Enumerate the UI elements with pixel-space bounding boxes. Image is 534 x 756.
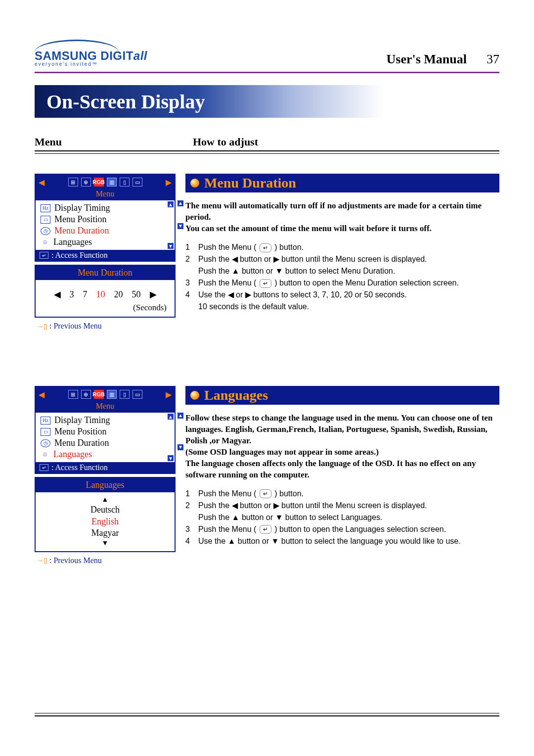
page-header: SAMSUNG DIGITall everyone's invited™ Use…: [35, 40, 499, 67]
scroll-down-icon: ▼: [178, 444, 183, 450]
arrow-right-icon: ▶: [150, 289, 157, 300]
osd-item-languages: ⦾Languages: [36, 449, 175, 460]
brand-tagline: everyone's invited™: [35, 62, 147, 67]
section-title: On-Screen Display: [46, 90, 205, 113]
osd-menu-label: Menu: [36, 189, 175, 200]
osd-previous-hint: →▯: Previous Menu: [35, 555, 176, 566]
arrow-left-icon: ◀: [54, 289, 61, 300]
osd-item-display-timing: HzDisplay Timing: [36, 415, 175, 426]
rgb-icon: RGB: [94, 178, 104, 187]
enter-icon: ↵: [260, 489, 271, 498]
footer-rule: [35, 713, 499, 716]
intro-text: ▲ ▼ The menu will automatically turn off…: [185, 200, 499, 235]
osd-item-languages: ⦾Languages: [36, 236, 175, 248]
duration-unit: (Seconds): [41, 303, 170, 313]
doc-icon: ▯: [120, 390, 130, 399]
brand-text: SAMSUNG DIGIT: [35, 49, 134, 62]
osd-item-display-timing: HzDisplay Timing: [36, 202, 175, 214]
step-text: Push the ◀ button or ▶ button until the …: [198, 500, 427, 523]
steps-list: 1Push the Menu ( ↵ ) button. 2Push the ◀…: [185, 488, 499, 547]
column-rule: [35, 150, 499, 154]
adjust-icon: ⊕: [81, 390, 91, 399]
steps-list: 1Push the Menu ( ↵ ) button. 2Push the ◀…: [185, 241, 499, 313]
enter-icon: ↵: [260, 279, 271, 288]
rgb-icon: RGB: [94, 390, 104, 399]
scroll-down-icon: ▼: [168, 243, 174, 249]
osd-languages-panel: Languages ▲ Deutsch English Magyar ▼: [35, 477, 176, 552]
scroll-up-icon: ▲: [178, 413, 183, 419]
osd-menu-list: ▲ HzDisplay Timing ▭Menu Position ◷Menu …: [36, 413, 175, 462]
prev-icon: →▯: [37, 322, 47, 331]
arrow-up-icon: ▲: [36, 495, 175, 504]
step-text: Use the ▲ button or ▼ button to select t…: [198, 535, 461, 547]
doc-icon: ▯: [120, 178, 130, 187]
arrow-left-icon: ◀: [39, 178, 44, 187]
enter-icon: ↵: [40, 252, 48, 259]
duration-value: 7: [83, 289, 88, 300]
position-icon: ⊞: [68, 390, 78, 399]
osd-foot: ↵: Access Function: [36, 250, 175, 261]
section-banner: On-Screen Display: [35, 85, 499, 118]
step-text: Push the ◀ button or ▶ button until the …: [198, 253, 427, 277]
screen-icon: ▭: [133, 178, 142, 187]
topic-title: Languages: [204, 387, 268, 403]
osd-language-values: ▲ Deutsch English Magyar ▼: [36, 492, 175, 551]
bullet-icon: [190, 179, 199, 188]
topic-title: Menu Duration: [204, 175, 296, 191]
scroll-up-icon: ▲: [168, 414, 174, 420]
enter-icon: ↵: [260, 243, 271, 252]
enter-icon: ↵: [260, 525, 271, 534]
screen-icon: ▭: [133, 390, 142, 399]
osd-duration-values: ◀ 3 7 10 20 50 ▶ (Seconds): [36, 280, 175, 317]
scroll-down-icon: ▼: [178, 223, 183, 229]
osd-topbar: ◀ ⊞ ⊕ RGB ▥ ▯ ▭ ▶: [36, 387, 175, 402]
menu-icon: ▥: [107, 390, 117, 399]
osd-sub-title: Menu Duration: [36, 266, 175, 280]
col-howto: How to adjust: [193, 136, 499, 148]
scroll-up-icon: ▲: [178, 200, 183, 206]
menu-icon: ▥: [107, 178, 117, 187]
duration-value: 20: [114, 289, 123, 300]
brand-logo: SAMSUNG DIGITall everyone's invited™: [35, 40, 147, 67]
osd-item-menu-position: ▭Menu Position: [36, 426, 175, 437]
osd-menu-label: Menu: [36, 402, 175, 413]
osd-foot: ↵: Access Function: [36, 462, 175, 473]
arrow-right-icon: ▶: [166, 390, 172, 399]
osd-menu-list: ▲ HzDisplay Timing ▭Menu Position ◷Menu …: [36, 200, 175, 250]
step-text: Use the ◀ or ▶ buttons to select 3, 7, 1…: [198, 289, 407, 313]
osd-topbar: ◀ ⊞ ⊕ RGB ▥ ▯ ▭ ▶: [36, 175, 175, 189]
osd-duration-panel: Menu Duration ◀ 3 7 10 20 50 ▶ (Seconds): [35, 265, 176, 318]
page-number: 37: [487, 52, 499, 67]
arrow-left-icon: ◀: [39, 390, 44, 399]
arrow-right-icon: ▶: [166, 178, 172, 187]
intro-text: ▲ ▼ Follow these steps to change the lan…: [185, 413, 499, 481]
osd-menu-panel: ◀ ⊞ ⊕ RGB ▥ ▯ ▭ ▶ Menu ▲ HzDisplay Timin…: [35, 386, 176, 474]
language-option-selected: English: [36, 516, 175, 527]
scroll-down-icon: ▼: [168, 455, 174, 461]
header-rule: [35, 72, 499, 73]
column-headers: Menu How to adjust: [35, 136, 499, 148]
osd-item-menu-duration: ◷Menu Duration: [36, 225, 175, 236]
position-icon: ⊞: [68, 178, 78, 187]
scroll-up-icon: ▲: [168, 201, 174, 207]
bullet-icon: [190, 391, 199, 400]
osd-sub-title: Languages: [36, 478, 175, 492]
duration-value-selected: 10: [96, 289, 105, 300]
duration-value: 50: [132, 289, 141, 300]
manual-title: User's Manual: [387, 52, 467, 67]
osd-item-menu-position: ▭Menu Position: [36, 214, 175, 225]
col-menu: Menu: [35, 136, 193, 148]
arrow-down-icon: ▼: [36, 539, 175, 548]
osd-menu-panel: ◀ ⊞ ⊕ RGB ▥ ▯ ▭ ▶ Menu ▲ HzDisplay Timin…: [35, 174, 176, 262]
prev-icon: →▯: [37, 556, 47, 565]
brand-suffix: all: [134, 49, 147, 62]
osd-item-menu-duration: ◷Menu Duration: [36, 437, 175, 449]
topic-bar-languages: Languages: [185, 386, 499, 405]
adjust-icon: ⊕: [81, 178, 91, 187]
language-option: Deutsch: [36, 504, 175, 516]
duration-value: 3: [70, 289, 74, 300]
osd-previous-hint: →▯: Previous Menu: [35, 321, 176, 331]
language-option: Magyar: [36, 527, 175, 539]
enter-icon: ↵: [40, 464, 48, 471]
topic-bar-duration: Menu Duration: [185, 174, 499, 192]
